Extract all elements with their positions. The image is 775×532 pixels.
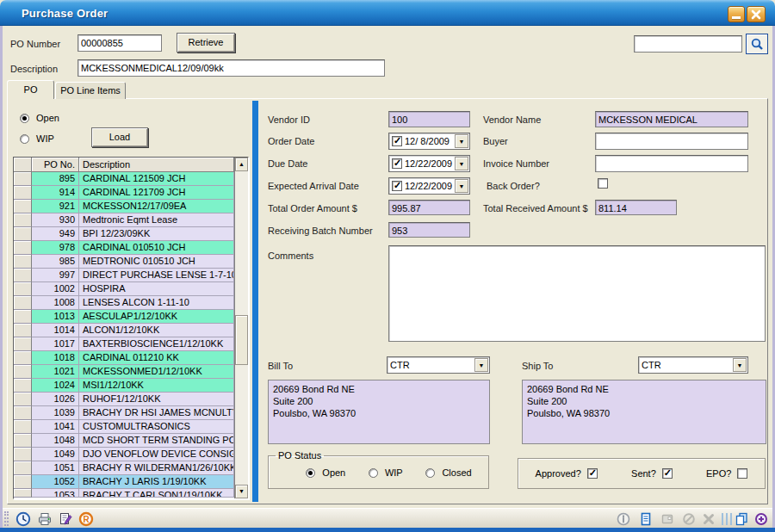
- filter-open-radio[interactable]: Open: [20, 113, 59, 123]
- filter-wip-radio[interactable]: WIP: [20, 133, 54, 144]
- invoice-number-input[interactable]: [595, 155, 748, 172]
- table-row[interactable]: 1008LENSES ALCON 1-11-10: [14, 296, 234, 310]
- panel-splitter[interactable]: [252, 101, 258, 502]
- edit-document-button[interactable]: [58, 511, 73, 527]
- row-selector[interactable]: [14, 461, 32, 475]
- flag-checkbox[interactable]: [587, 468, 598, 479]
- minimize-button[interactable]: [728, 6, 745, 22]
- document-button[interactable]: [639, 512, 654, 528]
- row-selector[interactable]: [14, 255, 32, 269]
- bill-to-dropdown[interactable]: CTR ▼: [387, 356, 490, 374]
- row-selector[interactable]: [14, 406, 32, 420]
- back-order-checkbox[interactable]: [598, 178, 608, 189]
- table-row[interactable]: 921MCKESSON12/17/09EA: [14, 200, 234, 213]
- buyer-input[interactable]: [595, 133, 748, 150]
- row-selector[interactable]: [14, 420, 32, 434]
- table-row[interactable]: 1026RUHOF1/12/10KK: [14, 393, 234, 406]
- row-selector[interactable]: [14, 310, 32, 324]
- po-status-radio-wip[interactable]: WIP: [369, 467, 403, 478]
- table-row[interactable]: 914CARDINAL 121709 JCH: [14, 186, 234, 200]
- tab-po-line-items[interactable]: PO Line Items: [55, 82, 126, 99]
- grid-scrollbar[interactable]: ▲ ▼: [234, 158, 248, 498]
- scrollbar-thumb[interactable]: [235, 315, 248, 365]
- row-selector[interactable]: [14, 379, 32, 393]
- due-date-checkbox[interactable]: [392, 158, 402, 169]
- table-row[interactable]: 1041CUSTOMULTRASONICS: [14, 420, 234, 434]
- flag-approved[interactable]: Approved?: [536, 468, 598, 479]
- search-input[interactable]: [634, 35, 742, 53]
- chevron-down-icon[interactable]: ▼: [455, 134, 468, 148]
- column-header-description[interactable]: Description: [79, 158, 234, 172]
- table-row[interactable]: 1018CARDINAL 011210 KK: [14, 351, 234, 365]
- table-row[interactable]: 1021MCKESSONMED1/12/10KK: [14, 365, 234, 379]
- flag-epo[interactable]: EPO?: [706, 468, 747, 479]
- chevron-down-icon[interactable]: ▼: [455, 157, 468, 170]
- chevron-down-icon[interactable]: ▼: [733, 358, 747, 372]
- ship-to-dropdown[interactable]: CTR ▼: [638, 356, 748, 374]
- row-selector[interactable]: [14, 241, 32, 255]
- delete-button-disabled[interactable]: [702, 512, 717, 528]
- table-row[interactable]: 930Medtronic Eqmt Lease: [14, 213, 234, 227]
- table-row[interactable]: 1024MSI1/12/10KK: [14, 379, 234, 393]
- table-row[interactable]: 1017BAXTERBIOSCIENCE1/12/10KK: [14, 337, 234, 351]
- flag-checkbox[interactable]: [737, 468, 747, 479]
- table-row[interactable]: 1051BRACHY R WILDERMAN1/26/10KK: [14, 461, 234, 475]
- copy-documents-button[interactable]: [735, 512, 750, 528]
- po-status-radio-open[interactable]: Open: [306, 467, 345, 478]
- row-selector[interactable]: [14, 337, 32, 351]
- print-button[interactable]: [37, 511, 53, 527]
- table-row[interactable]: 895CARDINAL 121509 JCH: [14, 172, 234, 186]
- po-status-radio-closed[interactable]: Closed: [425, 467, 471, 478]
- scroll-down-button[interactable]: ▼: [235, 485, 248, 498]
- header-row-selector[interactable]: [14, 158, 32, 172]
- row-selector[interactable]: [14, 227, 32, 241]
- row-selector[interactable]: [14, 186, 32, 200]
- flag-sent[interactable]: Sent?: [631, 468, 673, 479]
- row-selector[interactable]: [14, 282, 32, 296]
- info-button[interactable]: [617, 512, 632, 528]
- po-number-input[interactable]: [78, 34, 162, 52]
- table-row[interactable]: 1053BRACHY T CARLSON1/19/10KK: [14, 489, 234, 498]
- description-input[interactable]: [78, 59, 385, 77]
- chevron-down-icon[interactable]: ▼: [474, 358, 488, 372]
- row-selector[interactable]: [14, 365, 32, 379]
- table-row[interactable]: 997DIRECT PURCHASE LENSE 1-7-10: [14, 269, 234, 282]
- order-date-picker[interactable]: 12/ 8/2009 ▼: [388, 133, 470, 150]
- scrollbar-track[interactable]: [235, 171, 248, 485]
- block-button-disabled[interactable]: [682, 512, 698, 528]
- record-badge-button[interactable]: R: [78, 511, 94, 527]
- search-button[interactable]: [746, 34, 768, 54]
- row-selector[interactable]: [14, 172, 32, 186]
- vendor-id-field[interactable]: 100: [388, 111, 470, 127]
- table-row[interactable]: 1013AESCULAP1/12/10KK: [14, 310, 234, 324]
- row-selector[interactable]: [14, 489, 32, 498]
- vendor-name-field[interactable]: MCKESSON MEDICAL: [595, 111, 748, 127]
- table-row[interactable]: 1052BRACHY J LARIS 1/19/10KK: [14, 475, 234, 489]
- column-header-po-no[interactable]: PO No.: [32, 158, 79, 172]
- row-selector[interactable]: [14, 351, 32, 365]
- expected-arrival-checkbox[interactable]: [392, 181, 402, 191]
- title-bar[interactable]: Purchase Order: [0, 0, 775, 26]
- row-selector[interactable]: [14, 269, 32, 282]
- table-row[interactable]: 1014ALCON1/12/10KK: [14, 324, 234, 337]
- comments-textarea[interactable]: [388, 245, 766, 342]
- table-row[interactable]: 1049DJO VENOFLOW DEVICE CONSIG: [14, 448, 234, 461]
- chevron-down-icon[interactable]: ▼: [455, 179, 468, 193]
- table-row[interactable]: 1048MCD SHORT TERM STANDING PO: [14, 434, 234, 448]
- retrieve-button[interactable]: Retrieve: [177, 33, 235, 53]
- clock-button[interactable]: [16, 511, 31, 527]
- scroll-up-button[interactable]: ▲: [235, 158, 248, 171]
- tab-po[interactable]: PO: [7, 80, 54, 99]
- total-received-field[interactable]: 811.14: [595, 200, 677, 215]
- table-row[interactable]: 1002HOSPIRA: [14, 282, 234, 296]
- table-row[interactable]: 1039BRACHY DR HSI JAMES MCNULTY: [14, 406, 234, 420]
- row-selector[interactable]: [14, 200, 32, 213]
- table-row[interactable]: 978CARDINAL 010510 JCH: [14, 241, 234, 255]
- due-date-picker[interactable]: 12/22/2009 ▼: [388, 155, 470, 172]
- po-grid[interactable]: PO No. Description 895CARDINAL 121509 JC…: [13, 157, 249, 499]
- row-selector[interactable]: [14, 324, 32, 337]
- load-button[interactable]: Load: [91, 127, 148, 147]
- expected-arrival-picker[interactable]: 12/22/2009 ▼: [388, 177, 470, 195]
- receiving-batch-field[interactable]: 953: [388, 222, 470, 238]
- flag-checkbox[interactable]: [662, 468, 673, 479]
